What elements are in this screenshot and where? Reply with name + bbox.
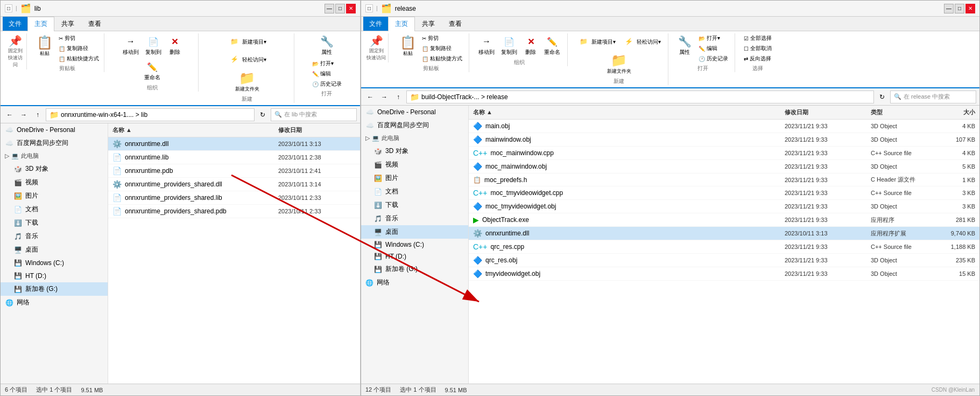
right-sidebar-baidu[interactable]: ☁️ 百度网盘同步空间 [361, 119, 468, 132]
right-file-row-8[interactable]: ⚙️ onnxruntime.dll 2023/10/11 3:13 应用程序扩… [469, 227, 979, 240]
right-sidebar-network[interactable]: 🌐 网络 [361, 276, 468, 289]
right-props-btn[interactable]: 🔧 属性 [675, 33, 694, 64]
right-file-row-3[interactable]: 🔷 moc_mainwindow.obj 2023/11/21 9:33 3D … [469, 160, 979, 173]
left-sidebar-baidu[interactable]: ☁️ 百度网盘同步空间 [1, 136, 108, 150]
left-file-row-0[interactable]: ⚙️ onnxruntime.dll 2023/10/11 3:13 [108, 137, 360, 151]
right-sidebar-docs[interactable]: 📄 文档 [361, 185, 468, 198]
left-copy-path-btn[interactable]: 📋 复制路径 [57, 44, 101, 53]
right-new-folder-btn[interactable]: 📁 新建文件夹 [604, 51, 634, 77]
left-file-row-5[interactable]: 📄 onnxruntime_providers_shared.pdb 2023/… [108, 205, 360, 218]
left-file-row-4[interactable]: 📄 onnxruntime_providers_shared.lib 2023/… [108, 191, 360, 205]
left-tab-view[interactable]: 查看 [81, 17, 108, 31]
right-copy-btn[interactable]: 📄 复制到 [498, 33, 520, 58]
left-maximize-btn[interactable]: □ [335, 4, 345, 13]
left-move-btn[interactable]: → 移动到 [120, 33, 142, 58]
left-col-date[interactable]: 修改日期 [274, 124, 360, 136]
right-file-row-11[interactable]: 🔷 tmyvideowidget.obj 2023/11/21 9:33 3D … [469, 267, 979, 281]
left-new-item-btn[interactable]: 📁 新建项目▾ [225, 33, 269, 50]
right-back-btn[interactable]: ← [364, 91, 376, 103]
right-close-btn[interactable]: ✕ [965, 4, 975, 13]
left-tab-home[interactable]: 主页 [27, 17, 54, 31]
right-forward-btn[interactable]: → [378, 91, 390, 103]
right-history-btn[interactable]: 🕐 历史记录 [696, 54, 730, 64]
right-file-row-9[interactable]: C++ qrc_res.cpp 2023/11/21 9:33 C++ Sour… [469, 240, 979, 254]
left-sidebar-docs[interactable]: 📄 文档 [1, 203, 108, 216]
right-file-row-1[interactable]: 🔷 mainwindow.obj 2023/11/21 9:33 3D Obje… [469, 133, 979, 147]
right-sidebar-3d[interactable]: 🎲 3D 对象 [361, 144, 468, 158]
left-edit-btn[interactable]: ✏️ 编辑 [310, 69, 344, 79]
right-paste-shortcut-btn[interactable]: 📋 粘贴快捷方式 [420, 54, 464, 64]
right-invert-btn[interactable]: ⇄ 反向选择 [742, 54, 774, 64]
right-copy-path-btn[interactable]: 📋 复制路径 [420, 44, 464, 53]
right-paste-btn[interactable]: 📋 粘贴 [397, 33, 419, 59]
left-sidebar-desktop[interactable]: 🖥️ 桌面 [1, 243, 108, 256]
left-new-folder-btn[interactable]: 📁 新建文件夹 [232, 69, 262, 94]
right-search-box[interactable]: 🔍 在 release 中搜索 [890, 91, 976, 103]
left-history-btn[interactable]: 🕐 历史记录 [310, 79, 344, 89]
left-sidebar-d[interactable]: 💾 HT (D:) [1, 269, 108, 282]
right-file-row-5[interactable]: C++ moc_tmyvideowidget.cpp 2023/11/21 9:… [469, 186, 979, 200]
left-pin-btn[interactable]: 📌 [9, 34, 22, 47]
right-rename-btn[interactable]: ✏️ 重命名 [541, 33, 563, 58]
right-up-btn[interactable]: ↑ [392, 91, 404, 103]
right-col-type[interactable]: 类型 [866, 107, 936, 118]
left-file-row-3[interactable]: ⚙️ onnxruntime_providers_shared.dll 2023… [108, 178, 360, 191]
right-edit-btn[interactable]: ✏️ 编辑 [696, 44, 730, 53]
right-tab-file[interactable]: 文件 [363, 17, 388, 31]
right-maximize-btn[interactable]: □ [955, 4, 964, 13]
right-file-row-4[interactable]: 📋 moc_predefs.h 2023/11/21 9:33 C Header… [469, 173, 979, 186]
left-sidebar-pc[interactable]: ▷ 💻 此电脑 [1, 150, 108, 162]
left-open-btn[interactable]: 📂 打开▾ [310, 59, 344, 68]
left-sidebar-downloads[interactable]: ⬇️ 下载 [1, 216, 108, 230]
right-open-btn[interactable]: 📂 打开▾ [696, 33, 730, 43]
left-paste-btn[interactable]: 📋 粘贴 [34, 33, 55, 59]
left-easy-access-btn[interactable]: ⚡ 轻松访问▾ [225, 51, 269, 68]
right-sidebar-pc[interactable]: ▷ 💻 此电脑 [361, 132, 468, 144]
right-col-date[interactable]: 修改日期 [780, 107, 866, 118]
right-sidebar-g[interactable]: 💾 新加卷 (G:) [361, 262, 468, 276]
left-refresh-btn[interactable]: ↻ [257, 109, 269, 121]
left-col-name[interactable]: 名称 ▲ [108, 124, 274, 136]
left-sidebar-pics[interactable]: 🖼️ 图片 [1, 189, 108, 203]
left-minimize-btn[interactable]: — [325, 4, 334, 13]
left-close-btn[interactable]: ✕ [346, 4, 356, 13]
left-sidebar-g[interactable]: 💾 新加卷 (G:) [1, 282, 108, 296]
left-up-btn[interactable]: ↑ [32, 109, 44, 121]
left-search-box[interactable]: 🔍 在 lib 中搜索 [271, 108, 357, 121]
right-refresh-btn[interactable]: ↻ [876, 91, 888, 103]
left-paste-shortcut-btn[interactable]: 📋 粘贴快捷方式 [57, 54, 101, 64]
left-tab-share[interactable]: 共享 [54, 17, 81, 31]
right-sidebar-music[interactable]: 🎵 音乐 [361, 212, 468, 225]
right-address-path[interactable]: 📁 build-ObjectTrack-... > release [406, 91, 874, 103]
right-delete-btn[interactable]: ✕ 删除 [521, 33, 540, 58]
right-sidebar-video[interactable]: 🎬 视频 [361, 158, 468, 171]
left-props-btn[interactable]: 🔧 属性 [317, 33, 336, 58]
left-back-btn[interactable]: ← [4, 109, 16, 121]
right-file-row-0[interactable]: 🔷 main.obj 2023/11/21 9:33 3D Object 4 K… [469, 120, 979, 133]
left-sidebar-c[interactable]: 💾 Windows (C:) [1, 256, 108, 269]
right-select-all-btn[interactable]: ☑ 全部选择 [742, 33, 774, 43]
right-file-row-2[interactable]: C++ moc_mainwindow.cpp 2023/11/21 9:33 C… [469, 147, 979, 160]
right-sidebar-downloads[interactable]: ⬇️ 下载 [361, 198, 468, 212]
right-file-row-6[interactable]: 🔷 moc_tmyvideowidget.obj 2023/11/21 9:33… [469, 200, 979, 213]
right-easy-access-btn[interactable]: ⚡ 轻松访问▾ [619, 33, 664, 50]
left-sidebar-3d[interactable]: 🎲 3D 对象 [1, 162, 108, 176]
right-sidebar-desktop[interactable]: 🖥️ 桌面 [361, 225, 468, 239]
right-select-none-btn[interactable]: ☐ 全部取消 [742, 44, 774, 53]
right-col-name[interactable]: 名称 ▲ [469, 107, 780, 118]
left-address-path[interactable]: 📁 onnxruntime-win-x64-1.... > lib [46, 108, 255, 121]
left-delete-btn[interactable]: ✕ 删除 [165, 33, 185, 58]
left-forward-btn[interactable]: → [18, 109, 30, 121]
left-sidebar-music[interactable]: 🎵 音乐 [1, 230, 108, 243]
left-file-row-2[interactable]: 📄 onnxruntime.pdb 2023/10/11 2:41 [108, 164, 360, 178]
right-cut-btn[interactable]: ✂ 剪切 [420, 33, 464, 43]
right-col-size[interactable]: 大小 [936, 107, 979, 118]
right-file-row-7[interactable]: ▶ ObjectTrack.exe 2023/11/21 9:33 应用程序 2… [469, 213, 979, 227]
left-sidebar-onedrive[interactable]: ☁️ OneDrive - Personal [1, 123, 108, 136]
left-sidebar-video[interactable]: 🎬 视频 [1, 176, 108, 189]
right-sidebar-pics[interactable]: 🖼️ 图片 [361, 171, 468, 185]
right-sidebar-d[interactable]: 💾 HT (D:) [361, 251, 468, 262]
right-pin-btn[interactable]: 📌 [370, 34, 383, 47]
right-tab-home[interactable]: 主页 [388, 17, 415, 31]
right-tab-share[interactable]: 共享 [415, 17, 442, 31]
